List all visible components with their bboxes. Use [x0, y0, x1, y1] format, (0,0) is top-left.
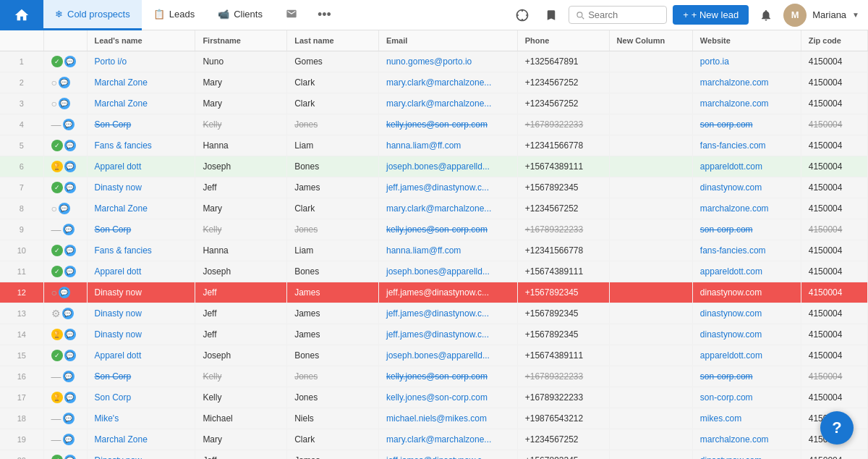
email-cell[interactable]: jeff.james@dinastynow.c...: [379, 450, 518, 460]
lead-name-cell[interactable]: Apparel dott: [87, 345, 195, 366]
email-cell[interactable]: joseph.bones@apparelld...: [379, 156, 518, 177]
row-action-icons[interactable]: ✓💬: [43, 177, 87, 198]
tab-clients[interactable]: 📹 Clients: [206, 0, 274, 30]
website-cell[interactable]: dinastynow.com: [692, 324, 801, 345]
website-cell[interactable]: dinastynow.com: [692, 303, 801, 324]
lead-name-cell[interactable]: Marchal Zone: [87, 72, 195, 93]
email-cell[interactable]: hanna.liam@ff.com: [379, 135, 518, 156]
lead-name-cell[interactable]: Marchal Zone: [87, 93, 195, 114]
lead-name-cell[interactable]: Apparel dott: [87, 156, 195, 177]
website-cell[interactable]: dinastynow.com: [692, 282, 801, 303]
email-cell[interactable]: hanna.liam@ff.com: [379, 240, 518, 261]
website-cell[interactable]: appareldott.com: [692, 345, 801, 366]
lead-name-cell[interactable]: Son Corp: [87, 114, 195, 135]
lead-name-cell[interactable]: Mike's: [87, 408, 195, 429]
website-cell[interactable]: fans-fancies.com: [692, 240, 801, 261]
row-action-icons[interactable]: ○💬: [43, 282, 87, 303]
notification-bell-button[interactable]: [754, 4, 778, 27]
website-cell[interactable]: mikes.com: [692, 408, 801, 429]
target-icon-button[interactable]: [511, 4, 534, 27]
search-input[interactable]: [588, 9, 660, 20]
row-action-icons[interactable]: ✓💬: [43, 240, 87, 261]
website-cell[interactable]: marchalzone.com: [692, 93, 801, 114]
col-zip[interactable]: Zip code: [801, 30, 867, 51]
email-cell[interactable]: kelly.jones@son-corp.com: [379, 366, 518, 387]
col-phone[interactable]: Phone: [517, 30, 609, 51]
lead-name-cell[interactable]: Fans & fancies: [87, 135, 195, 156]
lead-name-cell[interactable]: Marchal Zone: [87, 198, 195, 219]
row-action-icons[interactable]: ✓💬: [43, 135, 87, 156]
website-cell[interactable]: marchalzone.com: [692, 72, 801, 93]
website-cell[interactable]: dinastynow.com: [692, 177, 801, 198]
lead-name-cell[interactable]: Marchal Zone: [87, 429, 195, 450]
email-cell[interactable]: kelly.jones@son-corp.com: [379, 114, 518, 135]
new-lead-button[interactable]: + + New lead: [673, 5, 749, 25]
col-website[interactable]: Website: [692, 30, 801, 51]
email-cell[interactable]: kelly.jones@son-corp.com: [379, 219, 518, 240]
website-cell[interactable]: appareldott.com: [692, 156, 801, 177]
lead-name-cell[interactable]: Dinasty now: [87, 177, 195, 198]
row-action-icons[interactable]: —💬: [43, 219, 87, 240]
row-action-icons[interactable]: ✓💬: [43, 51, 87, 72]
row-action-icons[interactable]: 🏆💬: [43, 324, 87, 345]
row-action-icons[interactable]: ○💬: [43, 72, 87, 93]
lead-name-cell[interactable]: Dinasty now: [87, 282, 195, 303]
email-cell[interactable]: nuno.gomes@porto.io: [379, 51, 518, 72]
row-action-icons[interactable]: 🏆💬: [43, 387, 87, 408]
email-cell[interactable]: jeff.james@dinastynow.c...: [379, 303, 518, 324]
bookmark-icon-button[interactable]: [540, 4, 563, 27]
lead-name-cell[interactable]: Son Corp: [87, 387, 195, 408]
lead-name-cell[interactable]: Porto i/o: [87, 51, 195, 72]
row-action-icons[interactable]: ○💬: [43, 93, 87, 114]
row-action-icons[interactable]: ✓💬: [43, 261, 87, 282]
user-menu-chevron[interactable]: ▼: [852, 11, 859, 19]
avatar[interactable]: M: [783, 4, 807, 27]
row-action-icons[interactable]: ✓💬: [43, 345, 87, 366]
email-cell[interactable]: mary.clark@marchalzone...: [379, 93, 518, 114]
tab-leads[interactable]: 📋 Leads: [142, 0, 206, 30]
row-action-icons[interactable]: 🏆💬: [43, 156, 87, 177]
website-cell[interactable]: dinastynow.com: [692, 450, 801, 460]
email-cell[interactable]: jeff.james@dinastynow.c...: [379, 324, 518, 345]
website-cell[interactable]: marchalzone.com: [692, 429, 801, 450]
website-cell[interactable]: marchalzone.com: [692, 198, 801, 219]
website-cell[interactable]: fans-fancies.com: [692, 135, 801, 156]
email-cell[interactable]: mary.clark@marchalzone...: [379, 72, 518, 93]
lead-name-cell[interactable]: Dinasty now: [87, 324, 195, 345]
row-action-icons[interactable]: —💬: [43, 114, 87, 135]
row-action-icons[interactable]: —💬: [43, 408, 87, 429]
website-cell[interactable]: son-corp.com: [692, 114, 801, 135]
email-cell[interactable]: mary.clark@marchalzone...: [379, 198, 518, 219]
lead-name-cell[interactable]: Son Corp: [87, 219, 195, 240]
email-cell[interactable]: joseph.bones@apparelld...: [379, 345, 518, 366]
website-cell[interactable]: son-corp.com: [692, 387, 801, 408]
col-firstname[interactable]: Firstname: [195, 30, 287, 51]
col-lead-name[interactable]: Lead's name: [87, 30, 195, 51]
email-cell[interactable]: kelly.jones@son-corp.com: [379, 387, 518, 408]
row-action-icons[interactable]: ○💬: [43, 198, 87, 219]
website-cell[interactable]: son-corp.com: [692, 366, 801, 387]
col-new-column[interactable]: New Column: [609, 30, 692, 51]
website-cell[interactable]: porto.ia: [692, 51, 801, 72]
col-lastname[interactable]: Last name: [287, 30, 379, 51]
lead-name-cell[interactable]: Fans & fancies: [87, 240, 195, 261]
email-cell[interactable]: jeff.james@dinastynow.c...: [379, 177, 518, 198]
more-menu-button[interactable]: •••: [309, 7, 340, 22]
row-action-icons[interactable]: —💬: [43, 429, 87, 450]
email-cell[interactable]: mary.clark@marchalzone...: [379, 429, 518, 450]
email-cell[interactable]: michael.niels@mikes.com: [379, 408, 518, 429]
row-action-icons[interactable]: —💬: [43, 366, 87, 387]
col-email[interactable]: Email: [379, 30, 518, 51]
website-cell[interactable]: appareldott.com: [692, 261, 801, 282]
lead-name-cell[interactable]: Dinasty now: [87, 450, 195, 460]
row-action-icons[interactable]: ⚙💬: [43, 303, 87, 324]
email-cell[interactable]: jeff.james@dinastynow.c...: [379, 282, 518, 303]
email-cell[interactable]: joseph.bones@apparelld...: [379, 261, 518, 282]
lead-name-cell[interactable]: Apparel dott: [87, 261, 195, 282]
lead-name-cell[interactable]: Son Corp: [87, 366, 195, 387]
email-tab[interactable]: [274, 0, 309, 30]
home-button[interactable]: [0, 0, 43, 30]
row-action-icons[interactable]: ✓💬: [43, 450, 87, 460]
lead-name-cell[interactable]: Dinasty now: [87, 303, 195, 324]
website-cell[interactable]: son-corp.com: [692, 219, 801, 240]
